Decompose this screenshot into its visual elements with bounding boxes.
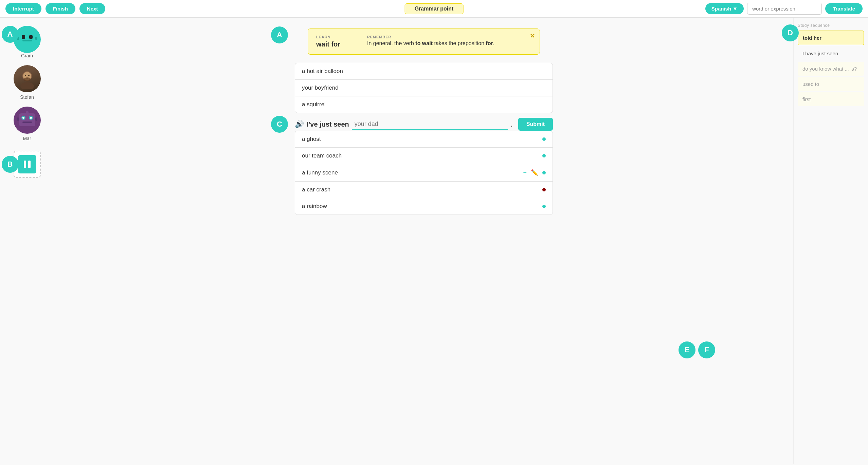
right-sidebar: D Study sequence told her I have just se…: [793, 18, 868, 464]
svg-rect-21: [17, 117, 19, 121]
exercise-input-area: 🔊 I've just seen .: [295, 119, 513, 130]
option-your-boyfriend[interactable]: your boyfriend: [295, 79, 553, 96]
option-a-funny-scene[interactable]: a funny scene + ✏️: [295, 164, 553, 181]
badge-a[interactable]: A: [2, 26, 19, 43]
grammar-point-label: Grammar point: [405, 3, 464, 14]
grammar-learn: LEARN wait for: [316, 35, 354, 48]
translate-button[interactable]: Translate: [825, 3, 863, 14]
mar-robot-icon: [16, 109, 39, 132]
dot-dark: [542, 188, 546, 191]
svg-point-17: [22, 117, 24, 119]
study-sequence-label: Study sequence: [798, 23, 864, 28]
seq-item-first[interactable]: first: [798, 92, 864, 106]
word-input[interactable]: [747, 3, 822, 15]
top-right-controls: Spanish ▼ Translate: [705, 3, 863, 15]
svg-rect-24: [28, 161, 31, 168]
plus-icon[interactable]: +: [523, 169, 527, 176]
svg-rect-0: [19, 33, 35, 45]
mar-item: Mar: [14, 107, 41, 141]
badge-a-center[interactable]: A: [271, 26, 288, 43]
stefan-item: Stefan: [14, 65, 41, 100]
seq-item-i-have-just-seen[interactable]: I have just seen: [798, 46, 864, 60]
learn-label: LEARN: [316, 35, 354, 39]
answer-input[interactable]: [352, 119, 508, 130]
grammar-tooltip: ✕ LEARN wait for REMEMBER In general, th…: [308, 29, 540, 55]
sentence-prefix: I've just seen: [307, 120, 349, 128]
svg-rect-20: [26, 111, 29, 114]
svg-rect-2: [29, 35, 33, 39]
option-a-squirrel[interactable]: a squirrel: [295, 96, 553, 113]
main-layout: A Gram: [0, 18, 868, 464]
svg-rect-1: [22, 35, 25, 39]
interrupt-button[interactable]: Interrupt: [5, 3, 41, 14]
seq-item-do-you-know[interactable]: do you know what ... is?: [798, 62, 864, 76]
badge-f[interactable]: F: [698, 341, 715, 358]
dot-green: [542, 137, 546, 141]
seq-item-told-her[interactable]: told her: [798, 31, 864, 45]
badge-b[interactable]: B: [2, 156, 19, 173]
submit-button[interactable]: Submit: [518, 118, 553, 131]
svg-rect-22: [35, 117, 37, 121]
svg-point-18: [30, 117, 32, 119]
top-bar: Interrupt Finish Next Grammar point Span…: [0, 0, 868, 18]
svg-rect-5: [27, 29, 28, 31]
dot-green-2: [542, 154, 546, 157]
grammar-description: In general, the verb to wait takes the p…: [367, 40, 494, 46]
close-icon[interactable]: ✕: [530, 32, 535, 40]
svg-rect-3: [22, 40, 32, 41]
edit-icon[interactable]: ✏️: [531, 169, 538, 176]
grammar-remember: REMEMBER In general, the verb to wait ta…: [367, 35, 494, 46]
language-selector[interactable]: Spanish ▼: [705, 3, 744, 14]
svg-point-11: [25, 75, 26, 76]
finish-button[interactable]: Finish: [46, 3, 75, 14]
dot-green-4: [542, 205, 546, 208]
next-button[interactable]: Next: [79, 3, 106, 14]
svg-rect-7: [35, 37, 37, 40]
svg-point-12: [28, 75, 30, 76]
ef-badges: E F: [679, 341, 715, 358]
period: .: [511, 120, 513, 129]
dot-green-3: [542, 171, 546, 174]
gram-label: Gram: [21, 53, 33, 58]
paused-inner: [18, 155, 36, 173]
option-hot-air-balloon[interactable]: a hot air balloon: [295, 63, 553, 79]
gram-robot-icon: [16, 28, 39, 51]
option-a-rainbow[interactable]: a rainbow: [295, 198, 553, 215]
option-our-team-coach[interactable]: our team coach: [295, 147, 553, 164]
left-sidebar: A Gram: [0, 18, 54, 464]
mar-label: Mar: [23, 136, 31, 141]
center-content: A ✕ LEARN wait for REMEMBER In general, …: [54, 18, 793, 464]
badge-e[interactable]: E: [679, 341, 695, 358]
pause-icon: [22, 159, 32, 169]
option-a-ghost[interactable]: a ghost: [295, 131, 553, 147]
stefan-avatar-icon: [17, 69, 37, 89]
svg-point-13: [24, 77, 31, 81]
remember-label: REMEMBER: [367, 35, 494, 39]
badge-d[interactable]: D: [782, 24, 799, 41]
options-list: a hot air balloon your boyfriend a squir…: [295, 63, 553, 113]
svg-point-9: [20, 82, 34, 89]
mar-avatar[interactable]: [14, 107, 41, 134]
svg-rect-23: [24, 161, 26, 168]
option-a-car-crash[interactable]: a car crash: [295, 181, 553, 198]
stefan-avatar[interactable]: [14, 65, 41, 92]
stefan-label: Stefan: [20, 94, 34, 100]
svg-rect-14: [19, 113, 35, 126]
seq-item-used-to[interactable]: used to: [798, 77, 864, 91]
svg-rect-19: [22, 122, 32, 123]
exercise-row: C 🔊 I've just seen . Submit: [295, 118, 553, 131]
sound-icon[interactable]: 🔊: [295, 120, 304, 129]
options-list-dots: a ghost our team coach a funny scene + ✏…: [295, 131, 553, 215]
grammar-phrase: wait for: [316, 40, 354, 48]
grammar-section: A ✕ LEARN wait for REMEMBER In general, …: [295, 23, 553, 55]
badge-c[interactable]: C: [271, 116, 288, 133]
